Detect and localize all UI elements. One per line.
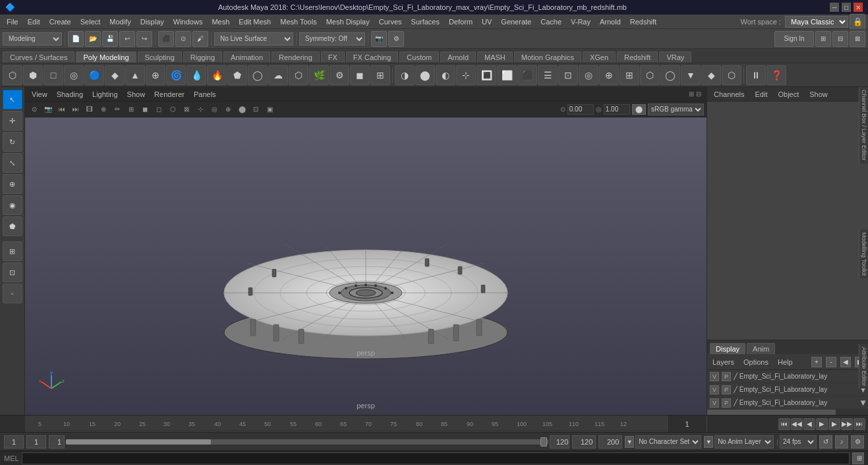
- go-to-start-btn[interactable]: ⏮: [778, 418, 790, 430]
- vp-menu-view[interactable]: View: [28, 89, 51, 100]
- edit-tab[interactable]: Edit: [752, 89, 770, 100]
- menu-file[interactable]: File: [3, 16, 22, 27]
- range-start-input[interactable]: [52, 438, 67, 446]
- menu-windows[interactable]: Windows: [169, 16, 207, 27]
- save-btn[interactable]: 💾: [102, 31, 118, 47]
- vp-menu-show[interactable]: Show: [123, 89, 150, 100]
- tool-icon-31[interactable]: ⊞: [620, 65, 639, 85]
- tool-icon-14[interactable]: ☁: [268, 65, 288, 85]
- tool-icon-9[interactable]: 🌀: [166, 65, 186, 85]
- range-end-input[interactable]: [553, 438, 571, 446]
- anim-layer-selector[interactable]: No Anim Layer: [714, 435, 774, 449]
- settings-btn[interactable]: ⚙: [851, 435, 864, 449]
- tab-motion-graphics[interactable]: Motion Graphics: [514, 51, 581, 63]
- lasso-tool[interactable]: ⬟: [3, 216, 22, 236]
- tool-icon-30[interactable]: ⊕: [599, 65, 619, 85]
- channel-box-side-tab[interactable]: Channel Box / Layer Editor: [859, 87, 868, 164]
- workspace-lock-btn[interactable]: 🔒: [850, 14, 865, 30]
- vp-tb-14[interactable]: ◎: [208, 104, 221, 115]
- tool-icon-24[interactable]: 🔳: [477, 65, 496, 85]
- menu-cache[interactable]: Cache: [536, 16, 565, 27]
- render-btn[interactable]: 📷: [371, 31, 387, 47]
- char-set-arrow[interactable]: ▼: [625, 436, 634, 448]
- menu-mesh-display[interactable]: Mesh Display: [322, 16, 374, 27]
- command-input[interactable]: [22, 452, 850, 464]
- anim-end2-input[interactable]: [602, 438, 624, 446]
- rotate-tool[interactable]: ↻: [3, 132, 22, 152]
- start-frame-input[interactable]: [7, 438, 20, 446]
- layer-add-btn[interactable]: +: [811, 357, 822, 367]
- tool-icon-15[interactable]: ⬡: [289, 65, 308, 85]
- vp-tb-12[interactable]: ⊠: [180, 104, 193, 115]
- redo-btn[interactable]: ↪: [136, 31, 152, 47]
- tab-rigging[interactable]: Rigging: [183, 51, 222, 63]
- menu-modify[interactable]: Modify: [105, 16, 134, 27]
- anim-layer-arrow[interactable]: ▼: [704, 436, 713, 448]
- vp-tb-9[interactable]: ◼: [138, 104, 152, 115]
- tool-icon-2[interactable]: ⬢: [23, 65, 43, 85]
- back-btn[interactable]: ◀: [803, 418, 815, 430]
- menu-uv[interactable]: UV: [478, 16, 496, 27]
- exposure-input[interactable]: [567, 104, 594, 115]
- tool-icon-23[interactable]: ⊹: [456, 65, 476, 85]
- menu-curves[interactable]: Curves: [375, 16, 406, 27]
- symmetry-dropdown[interactable]: Symmetry: Off: [299, 32, 365, 46]
- fwd-btn[interactable]: ▶: [828, 418, 840, 430]
- scale-tool[interactable]: ⤡: [3, 153, 22, 173]
- tool-icon-26[interactable]: ⬛: [517, 65, 537, 85]
- open-btn[interactable]: 📂: [85, 31, 101, 47]
- layer-vis-1[interactable]: V: [710, 372, 719, 381]
- tab-poly-modeling[interactable]: Poly Modeling: [76, 51, 136, 63]
- tab-fx[interactable]: FX: [321, 51, 345, 63]
- close-button[interactable]: ✕: [854, 3, 863, 12]
- vp-tb-5[interactable]: 🎞: [83, 104, 96, 115]
- menu-surfaces[interactable]: Surfaces: [407, 16, 444, 27]
- snap-to-grid[interactable]: ⊡: [3, 263, 22, 282]
- workspace-selector[interactable]: Maya Classic: [785, 16, 848, 28]
- object-tab[interactable]: Object: [775, 89, 801, 100]
- anim-tab[interactable]: Anim: [747, 343, 775, 354]
- play-btn[interactable]: ▶: [816, 418, 828, 430]
- go-to-end-btn[interactable]: ⏭: [854, 418, 865, 430]
- vp-tb-8[interactable]: ⊞: [125, 104, 138, 115]
- tool-icon-37[interactable]: ⏸: [746, 65, 766, 85]
- character-set-selector[interactable]: No Character Set: [635, 435, 701, 449]
- tab-animation[interactable]: Animation: [223, 51, 270, 63]
- cmd-submit-btn[interactable]: ⊞: [852, 452, 864, 464]
- tab-curves-surfaces[interactable]: Curves / Surfaces: [3, 51, 74, 63]
- display-tab[interactable]: Display: [710, 343, 745, 354]
- menu-create[interactable]: Create: [45, 16, 75, 27]
- tool-icon-10[interactable]: 💧: [187, 65, 206, 85]
- tool-icon-33[interactable]: ◯: [660, 65, 680, 85]
- anim-end-input[interactable]: [575, 438, 598, 446]
- vp-tb-2[interactable]: 📷: [42, 104, 55, 115]
- playback-options-btn[interactable]: ↺: [819, 435, 832, 449]
- tool-icon-25[interactable]: ⬜: [497, 65, 517, 85]
- vp-tb-18[interactable]: ▣: [263, 104, 276, 115]
- vp-tb-11[interactable]: ⬡: [166, 104, 179, 115]
- layer-remove-btn[interactable]: -: [826, 357, 836, 367]
- layers-scrollbar[interactable]: [707, 410, 868, 415]
- channels-tab[interactable]: Channels: [711, 89, 747, 100]
- fps-selector[interactable]: 24 fps: [780, 435, 817, 449]
- layout-btn2[interactable]: ⊟: [832, 31, 848, 47]
- tool-icon-32[interactable]: ⬡: [640, 65, 660, 85]
- paint-btn[interactable]: 🖌: [192, 31, 208, 47]
- vp-tb-10[interactable]: ◻: [152, 104, 165, 115]
- layers-menu[interactable]: Layers: [710, 357, 737, 367]
- tab-rendering[interactable]: Rendering: [272, 51, 320, 63]
- tab-custom[interactable]: Custom: [399, 51, 439, 63]
- help-menu[interactable]: Help: [775, 357, 796, 367]
- universal-tool[interactable]: ⊕: [3, 174, 22, 194]
- tool-icon-28[interactable]: ⊡: [558, 65, 578, 85]
- current-frame-input[interactable]: [30, 438, 43, 446]
- tool-icon-16[interactable]: 🌿: [309, 65, 329, 85]
- menu-redshift[interactable]: Redshift: [626, 16, 660, 27]
- soft-select[interactable]: ◉: [3, 195, 22, 215]
- viewport-canvas[interactable]: persp z x y persp: [25, 117, 707, 415]
- tool-icon-19[interactable]: ⊞: [370, 65, 390, 85]
- options-menu[interactable]: Options: [741, 357, 771, 367]
- select-btn[interactable]: ⬛: [158, 31, 174, 47]
- modelling-toolkit-tab[interactable]: Modelling Toolkit: [859, 230, 868, 278]
- minimize-button[interactable]: ─: [830, 3, 839, 12]
